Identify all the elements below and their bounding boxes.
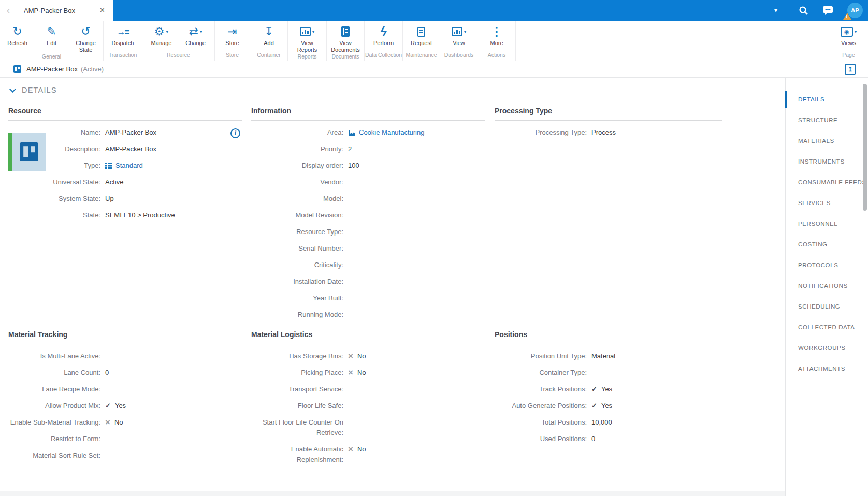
- list-icon: [105, 163, 112, 169]
- vertical-scrollbar[interactable]: [863, 84, 867, 211]
- close-icon[interactable]: ×: [98, 5, 107, 16]
- sidebar-item-instruments[interactable]: INSTRUMENTS: [786, 151, 868, 172]
- view-reports-button[interactable]: ▾ View Reports: [290, 21, 324, 53]
- system-state-value: Up: [105, 194, 114, 204]
- sidebar-item-materials[interactable]: MATERIALS: [786, 130, 868, 151]
- chevron-down-icon: ▾: [312, 30, 315, 34]
- sidebar-item-attachments[interactable]: ATTACHMENTS: [786, 358, 868, 379]
- view-documents-button[interactable]: View Documents: [328, 21, 363, 53]
- chat-icon[interactable]: [822, 6, 833, 16]
- field-row: Enable Sub-Material Tracking: ×No: [8, 417, 242, 428]
- perform-button[interactable]: ϟ Perform: [367, 21, 401, 52]
- manage-button[interactable]: ⚙▾ Manage: [144, 21, 179, 52]
- cross-icon: ×: [105, 417, 110, 428]
- ribbon-group-label: Data Collection: [365, 52, 402, 61]
- resource-image: [8, 133, 46, 171]
- store-button[interactable]: ⇥ Store: [215, 21, 250, 52]
- resource-icon: [13, 65, 21, 73]
- search-icon[interactable]: [799, 6, 808, 16]
- field-row: Material Sort Rule Set:: [8, 450, 242, 461]
- breadcrumb: AMP-Packer Box (Active) ↥: [0, 61, 868, 78]
- section-nav-sidebar: DETAILS STRUCTURE MATERIALS INSTRUMENTS …: [785, 78, 868, 496]
- avatar[interactable]: AP: [847, 3, 863, 18]
- chevron-down-icon: ▾: [166, 30, 169, 34]
- chevron-down-icon[interactable]: ▾: [774, 7, 777, 14]
- book-icon: [341, 26, 350, 37]
- field-row: Universal State: Active: [8, 177, 242, 187]
- dispatch-icon: →≡: [117, 23, 129, 40]
- change-button[interactable]: ⇄▾ Change: [179, 21, 213, 52]
- change-state-button[interactable]: ↺ Change State: [69, 21, 103, 53]
- section-title: DETAILS: [22, 86, 57, 94]
- top-bar: ‹ AMP-Packer Box × ▾: [0, 0, 868, 21]
- panel-title: Material Tracking: [8, 330, 242, 344]
- sidebar-item-personnel[interactable]: PERSONNEL: [786, 213, 868, 234]
- chevron-down-icon: ▾: [200, 30, 202, 34]
- info-icon[interactable]: i: [230, 128, 240, 138]
- sidebar-item-collected-data[interactable]: COLLECTED DATA: [786, 317, 868, 338]
- field-row: Transport Service:: [251, 384, 485, 395]
- field-row: Lane Recipe Mode:: [8, 384, 242, 395]
- back-button[interactable]: ‹: [3, 0, 13, 21]
- field-row: Restrict to Form:: [8, 434, 242, 444]
- field-row: Floor Life Safe:: [251, 401, 485, 411]
- view-dashboards-button[interactable]: ▾ View: [442, 21, 476, 52]
- sidebar-item-scheduling[interactable]: SCHEDULING: [786, 296, 868, 317]
- details-section-header[interactable]: DETAILS: [10, 86, 57, 94]
- sidebar-item-details[interactable]: DETAILS: [786, 89, 868, 110]
- cross-icon: ×: [348, 368, 353, 378]
- ribbon-group-label: Reports: [288, 53, 326, 61]
- factory-icon: [348, 129, 356, 136]
- swap-icon: ⇄: [189, 26, 198, 37]
- field-row: Start Floor Life Counter On Retrieve:: [251, 417, 485, 438]
- field-row: Auto Generate Positions: ✓Yes: [495, 401, 722, 411]
- sidebar-item-costing[interactable]: COSTING: [786, 234, 868, 255]
- change-state-icon: ↺: [81, 23, 90, 40]
- check-icon: ✓: [591, 384, 597, 395]
- request-button[interactable]: Request: [404, 21, 439, 52]
- ribbon-group-reports: ▾ View Reports Reports: [288, 21, 327, 61]
- ribbon-group-actions: ⋮ More Actions: [478, 21, 516, 61]
- warning-icon: [843, 13, 851, 20]
- field-row: Allow Product Mix: ✓Yes: [8, 401, 242, 411]
- ribbon-group-data-collection: ϟ Perform Data Collection: [365, 21, 403, 61]
- field-row: Processing Type: Process: [495, 127, 722, 138]
- field-row: Used Positions: 0: [495, 434, 722, 444]
- sidebar-item-structure[interactable]: STRUCTURE: [786, 110, 868, 130]
- more-button[interactable]: ⋮ More: [480, 21, 514, 52]
- sidebar-item-consumable-feeds[interactable]: CONSUMABLE FEEDS: [786, 172, 868, 193]
- field-row: Installation Date:: [251, 276, 485, 287]
- cross-icon: ×: [348, 444, 353, 455]
- store-icon: ⇥: [227, 23, 237, 40]
- collapse-panel-icon[interactable]: ↥: [845, 64, 856, 75]
- chevron-down-icon: ▾: [464, 30, 467, 34]
- area-link[interactable]: Cookie Manufacturing: [348, 127, 424, 138]
- ribbon-group-label: Resource: [142, 52, 214, 61]
- sidebar-item-protocols[interactable]: PROTOCOLS: [786, 255, 868, 275]
- edit-button[interactable]: ✎ Edit: [35, 21, 69, 53]
- field-row: Resource Type:: [251, 227, 485, 237]
- field-row: Criticality:: [251, 260, 485, 270]
- lightning-icon: ϟ: [380, 23, 387, 40]
- chevron-down-icon: [9, 86, 16, 93]
- ribbon-toolbar: ↻ Refresh ✎ Edit ↺ Change State General …: [0, 21, 868, 61]
- check-icon: ✓: [105, 401, 111, 411]
- ribbon-group-dashboards: ▾ View Dashboards: [440, 21, 478, 61]
- field-row: Area: Cookie Manufacturing: [251, 127, 485, 138]
- sidebar-item-notifications[interactable]: NOTIFICATIONS: [786, 275, 868, 296]
- sidebar-item-workgroups[interactable]: WORKGROUPS: [786, 338, 868, 358]
- field-row: Vendor:: [251, 177, 485, 187]
- add-container-button[interactable]: ↧ Add: [252, 21, 286, 52]
- tab-amp-packer-box[interactable]: AMP-Packer Box ×: [13, 0, 113, 21]
- sidebar-item-services[interactable]: SERVICES: [786, 193, 868, 213]
- views-button[interactable]: ◉▾ Views: [832, 21, 866, 52]
- horizontal-scrollbar[interactable]: [0, 491, 785, 496]
- panel-title: Positions: [495, 330, 722, 344]
- ribbon-group-label: Container: [250, 52, 287, 61]
- resource-panel: Resource i Name: AMP-Packer Box Descript…: [8, 107, 242, 227]
- name-value: AMP-Packer Box: [105, 127, 156, 138]
- gear-icon: ⚙: [154, 26, 165, 37]
- refresh-button[interactable]: ↻ Refresh: [1, 21, 35, 53]
- dispatch-button[interactable]: →≡ Dispatch: [106, 21, 140, 52]
- type-link[interactable]: Standard: [105, 161, 143, 171]
